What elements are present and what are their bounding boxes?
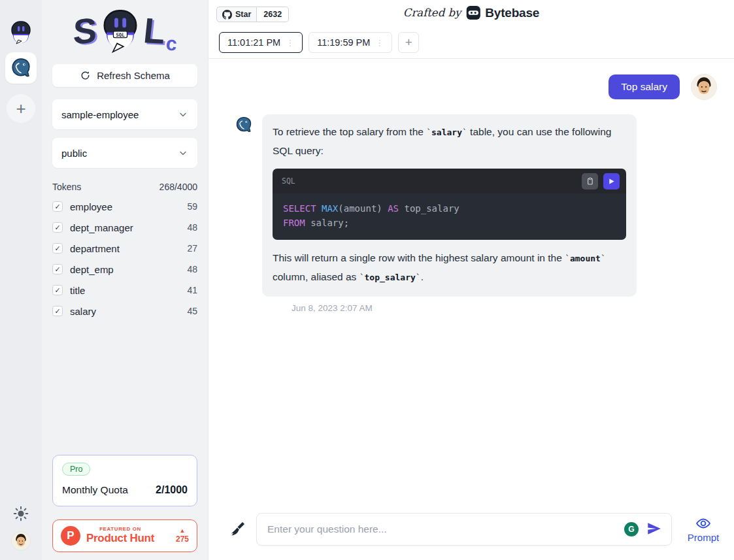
chevron-down-icon (178, 148, 188, 158)
tab-conversation-2[interactable]: 11:19:59 PM ⋮ (309, 32, 392, 53)
table-token-count: 45 (187, 306, 197, 316)
table-row: ✓title41 (52, 280, 197, 301)
table-name: dept_emp (70, 264, 180, 275)
run-query-button[interactable] (603, 173, 620, 189)
sqlchat-bot-icon (8, 20, 33, 44)
table-token-count: 27 (187, 243, 197, 254)
user-account-avatar[interactable] (11, 531, 31, 551)
database-selector[interactable]: sample-employee (52, 99, 197, 129)
user-face-icon (692, 74, 716, 99)
refresh-schema-button[interactable]: Refresh Schema (52, 64, 197, 87)
inline-code: top_salary (359, 272, 421, 282)
tokens-summary: Tokens 268/4000 (52, 182, 197, 192)
svg-text:SQL: SQL (116, 32, 125, 38)
table-token-count: 48 (187, 222, 197, 233)
table-checkbox[interactable]: ✓ (52, 243, 63, 254)
tokens-label: Tokens (52, 182, 81, 192)
prompt-button-label: Prompt (688, 532, 719, 543)
inline-code: amount (565, 254, 606, 263)
table-token-count: 41 (187, 285, 197, 295)
refresh-icon (80, 70, 91, 81)
sun-icon (12, 505, 29, 522)
send-button[interactable] (645, 520, 663, 538)
tokens-value: 268/4000 (159, 182, 197, 192)
table-checkbox[interactable]: ✓ (52, 201, 63, 212)
assistant-message-bubble: To retrieve the top salary from the sala… (262, 114, 637, 297)
code-block-header: SQL (273, 169, 626, 193)
table-checkbox[interactable]: ✓ (52, 306, 63, 316)
clipboard-icon (586, 177, 594, 186)
assistant-avatar (235, 116, 253, 134)
kebab-menu-icon[interactable]: ⋮ (286, 38, 294, 48)
upvote-icon: ▲ (180, 527, 186, 535)
eye-icon (695, 516, 711, 531)
assistant-paragraph-1: To retrieve the top salary from the sala… (273, 123, 626, 160)
prompt-button[interactable]: Prompt (682, 516, 725, 543)
message-timestamp: Jun 8, 2023 2:07 AM (292, 303, 717, 313)
code-actions (582, 173, 620, 189)
question-input[interactable] (267, 523, 618, 535)
new-conversation-button[interactable]: + (398, 32, 419, 53)
table-row: ✓salary45 (52, 301, 197, 321)
product-hunt-name: Product Hunt (86, 533, 154, 545)
question-input-container: G (256, 513, 672, 546)
inline-code: salary (426, 127, 467, 137)
add-connection-button[interactable]: + (7, 94, 35, 123)
sql-code-block: SQL (273, 169, 626, 240)
table-name: department (70, 243, 180, 254)
logo-bot-icon: SQL (100, 8, 141, 53)
table-checkbox[interactable]: ✓ (52, 264, 63, 274)
play-icon (608, 178, 615, 185)
product-hunt-upvotes: ▲ 275 (176, 527, 189, 544)
quota-card: Pro Monthly Quota 2/1000 (52, 455, 197, 506)
github-star-count: 2632 (257, 7, 289, 22)
table-name: salary (70, 306, 180, 317)
table-name: dept_manager (70, 222, 180, 233)
sqlchat-bot-avatar[interactable] (8, 20, 33, 44)
theme-toggle-button[interactable] (12, 505, 29, 522)
user-message-bubble: Top salary (609, 74, 680, 99)
code-line: FROM salary; (283, 216, 616, 231)
postgresql-icon (235, 116, 253, 134)
quota-label: Monthly Quota (62, 484, 128, 496)
chat-area: Top salary (209, 59, 734, 560)
quota-row: Monthly Quota 2/1000 (62, 484, 188, 496)
logo-letter-s: S (73, 12, 97, 49)
composer: G Prompt (209, 509, 734, 560)
table-token-count: 48 (187, 264, 197, 274)
connection-postgresql[interactable] (5, 52, 37, 84)
schema-selector[interactable]: public (52, 138, 197, 168)
send-icon (646, 520, 663, 537)
crafted-by-label: Crafted by (403, 7, 461, 19)
brand-name: Bytebase (485, 6, 539, 20)
github-star-label: Star (235, 10, 251, 19)
refresh-schema-label: Refresh Schema (97, 70, 170, 81)
brand-credit[interactable]: Crafted by Bytebase (403, 5, 539, 20)
table-row: ✓dept_manager48 (52, 217, 197, 238)
grammarly-icon[interactable]: G (624, 522, 639, 536)
table-checkbox[interactable]: ✓ (52, 222, 63, 233)
clear-conversation-button[interactable] (229, 521, 246, 538)
assistant-paragraph-2: This will return a single row with the h… (273, 249, 626, 287)
table-list: ✓employee59✓dept_manager48✓department27✓… (52, 196, 197, 321)
user-avatar (691, 74, 717, 100)
kebab-menu-icon[interactable]: ⋮ (375, 38, 384, 48)
main-header: Star 2632 Crafted by Bytebase 11:01:21 P… (209, 0, 734, 59)
table-checkbox[interactable]: ✓ (52, 285, 63, 295)
sqlchat-logo: S SQL L c (42, 3, 208, 59)
bytebase-logo-icon (465, 5, 480, 20)
logo-letter-c: c (165, 32, 178, 56)
user-face-icon (12, 532, 30, 550)
user-message-row: Top salary (235, 74, 717, 100)
product-hunt-badge[interactable]: P FEATURED ON Product Hunt ▲ 275 (52, 519, 197, 552)
chevron-down-icon (178, 109, 188, 120)
code-language-label: SQL (282, 176, 295, 186)
copy-code-button[interactable] (582, 173, 598, 189)
quota-value: 2/1000 (156, 484, 188, 496)
pro-badge: Pro (62, 463, 90, 476)
tab-conversation-1[interactable]: 11:01:21 PM ⋮ (219, 32, 303, 53)
github-star-widget[interactable]: Star 2632 (216, 7, 289, 22)
code-content: SELECT MAX(amount) AS top_salaryFROM sal… (273, 193, 626, 240)
schema-selector-value: public (61, 148, 87, 159)
upvote-count: 275 (176, 535, 189, 544)
